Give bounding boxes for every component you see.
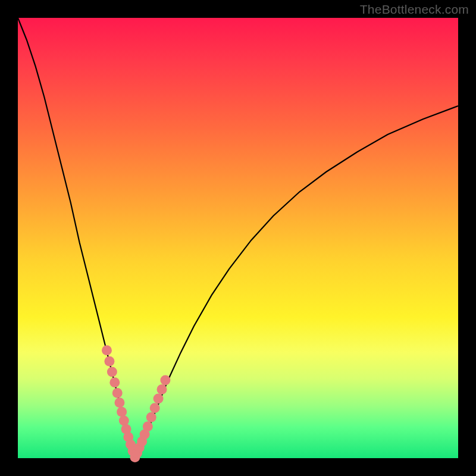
data-point bbox=[117, 407, 127, 417]
marker-cluster bbox=[102, 345, 170, 462]
data-point bbox=[150, 403, 160, 413]
data-point bbox=[146, 412, 156, 422]
data-point bbox=[114, 397, 124, 408]
data-point bbox=[102, 345, 112, 355]
watermark-text: TheBottleneck.com bbox=[360, 2, 469, 17]
data-point bbox=[156, 384, 167, 394]
right-curve bbox=[135, 106, 458, 458]
data-point bbox=[109, 377, 120, 387]
data-point bbox=[107, 367, 117, 377]
bottleneck-curve-chart bbox=[18, 18, 458, 458]
data-point bbox=[160, 375, 170, 386]
data-point bbox=[104, 356, 114, 367]
data-point bbox=[112, 388, 123, 398]
data-point bbox=[143, 421, 153, 431]
data-point bbox=[154, 394, 164, 404]
